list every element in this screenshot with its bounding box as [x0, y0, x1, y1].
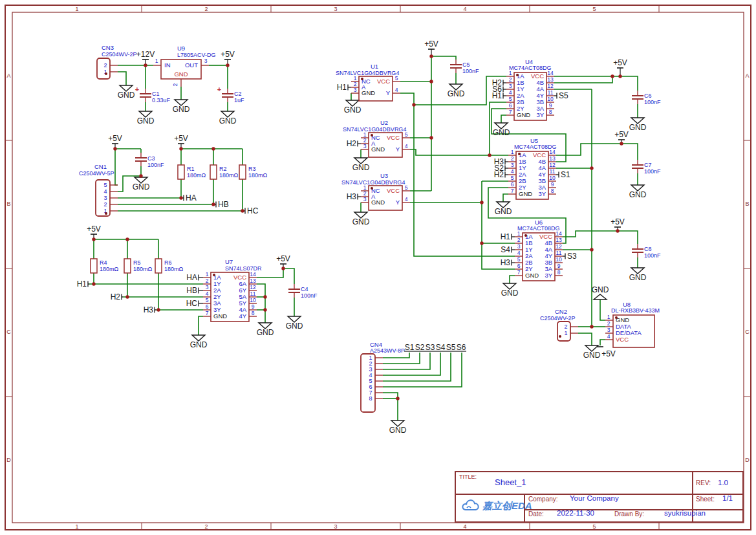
power-flag-+5V[interactable]: +5V: [221, 50, 235, 65]
gnd-symbol[interactable]: GND: [493, 123, 510, 137]
net-label-H3[interactable]: H3: [144, 305, 156, 314]
net-label-S1[interactable]: S1: [404, 343, 415, 352]
net-label-S4[interactable]: S4: [501, 245, 515, 254]
net-label-S4[interactable]: S4: [435, 343, 446, 352]
component-C5[interactable]: C5100nF: [450, 60, 479, 74]
rev-value[interactable]: 1.0: [718, 479, 728, 486]
power-flag-+5V[interactable]: +5V: [610, 217, 625, 231]
component-C2[interactable]: +C21uF: [217, 85, 244, 104]
component-U8[interactable]: U8DL-RXB3BV-433M1GND2DATA3DE/DATA4VCC: [605, 301, 660, 347]
company-value[interactable]: Your Company: [570, 494, 619, 502]
component-CN1[interactable]: CN1C2504WV-5P54321: [79, 163, 118, 216]
component-U3[interactable]: U3SN74LVC1G04DBVRG41NC2A3GND5VCC4Y: [341, 172, 410, 210]
wire[interactable]: [118, 72, 126, 85]
power-flag-+5V[interactable]: +5V: [614, 130, 629, 144]
gnd-symbol[interactable]: GND: [286, 316, 303, 331]
net-label-S5[interactable]: S5: [446, 343, 456, 352]
wire[interactable]: [600, 340, 605, 345]
gnd-symbol[interactable]: GND: [592, 285, 609, 300]
gnd-symbol[interactable]: GND: [583, 345, 601, 360]
net-label-H3[interactable]: H3: [501, 258, 515, 267]
component-U7[interactable]: U7SN74LS07DR1141AVCC2131Y6A3122A6Y4112Y5…: [203, 258, 262, 322]
gnd-symbol[interactable]: GND: [219, 111, 237, 126]
net-label-S3[interactable]: S3: [425, 343, 435, 352]
wire[interactable]: [257, 284, 265, 323]
component-R1[interactable]: R1180mΩ: [178, 165, 206, 179]
gnd-symbol[interactable]: GND: [448, 84, 465, 98]
net-label-H1[interactable]: H1: [77, 279, 89, 289]
net-label-HB[interactable]: HB: [213, 200, 229, 209]
wire[interactable]: [554, 76, 612, 83]
gnd-symbol[interactable]: GND: [352, 212, 370, 226]
net-label-H2[interactable]: H2: [347, 139, 361, 148]
power-flag-+5V[interactable]: +5V: [424, 39, 438, 56]
net-label-S5[interactable]: S5: [554, 91, 568, 100]
net-label-HC[interactable]: HC: [186, 299, 203, 308]
component-U9[interactable]: U9L7805ACV-DG1IN3OUT2GND: [153, 45, 216, 87]
component-CN3[interactable]: CN3C2504WV-2P21: [97, 44, 137, 79]
gnd-symbol[interactable]: GND: [344, 100, 362, 115]
net-label-H3[interactable]: H3: [347, 192, 361, 201]
wire[interactable]: [578, 333, 592, 345]
wire[interactable]: [503, 194, 508, 202]
net-label-S1[interactable]: S1: [556, 170, 570, 179]
component-C1[interactable]: +C10.33uF: [135, 85, 171, 104]
component-C3[interactable]: C3100nF: [135, 153, 164, 168]
power-flag-+5V[interactable]: +5V: [108, 134, 122, 149]
gnd-symbol[interactable]: GND: [501, 283, 519, 298]
component-U5[interactable]: U5MC74ACT08DG1141AVCC2131B4B3121Y4A4112A…: [508, 137, 557, 199]
gnd-symbol[interactable]: GND: [629, 268, 647, 282]
component-U6[interactable]: U6MC74ACT08DG1141AVCC2131B4B3121Y4A4112A…: [515, 219, 563, 281]
component-U4[interactable]: U4MC74ACT08DG1141AVCC2131B4B3121Y4A4112A…: [506, 58, 554, 120]
component-C8[interactable]: C8100nF: [632, 244, 661, 259]
net-label-HA[interactable]: HA: [181, 193, 197, 202]
power-flag-+5V[interactable]: +5V: [276, 254, 290, 268]
gnd-symbol[interactable]: GND: [629, 185, 647, 199]
net-label-HA[interactable]: HA: [186, 273, 203, 282]
wire[interactable]: [115, 149, 118, 185]
power-flag-+5V[interactable]: +5V: [87, 224, 101, 239]
net-label-S3[interactable]: S3: [563, 252, 577, 261]
date-value[interactable]: 2022-11-30: [557, 509, 594, 517]
wire[interactable]: [618, 231, 638, 244]
wire[interactable]: [283, 268, 294, 284]
power-flag-+5V[interactable]: +5V: [174, 134, 188, 149]
component-CN4[interactable]: CN4A2543WV-8P12345678: [361, 341, 405, 412]
component-R3[interactable]: R3180mΩ: [239, 165, 268, 179]
wire[interactable]: [563, 231, 618, 237]
gnd-symbol[interactable]: GND: [133, 177, 150, 191]
net-label-HC[interactable]: HC: [243, 206, 259, 215]
net-label-S6[interactable]: S6: [456, 343, 466, 352]
net-label-H2[interactable]: H2: [111, 292, 123, 301]
component-C6[interactable]: C6100nF: [632, 91, 661, 105]
component-R2[interactable]: R2180mΩ: [210, 165, 239, 179]
power-flag-+5V[interactable]: +5V: [613, 58, 627, 76]
gnd-symbol[interactable]: GND: [389, 420, 407, 435]
sheet-value[interactable]: 1/1: [722, 494, 733, 502]
wire[interactable]: [431, 56, 456, 60]
wire[interactable]: [410, 149, 508, 155]
wire[interactable]: [199, 316, 203, 335]
net-label-S2[interactable]: S2: [415, 343, 425, 352]
gnd-symbol[interactable]: GND: [495, 202, 512, 216]
net-label-H2[interactable]: H2: [494, 170, 508, 179]
gnd-symbol[interactable]: GND: [190, 335, 208, 349]
component-R6[interactable]: R6180mΩ: [155, 259, 184, 273]
net-label-H1[interactable]: H1: [501, 232, 515, 241]
wire[interactable]: [600, 300, 605, 320]
gnd-symbol[interactable]: GND: [629, 118, 647, 132]
wire[interactable]: [383, 393, 398, 399]
component-C4[interactable]: C4100nF: [288, 284, 318, 299]
component-C7[interactable]: C7100nF: [632, 160, 661, 175]
wire[interactable]: [620, 76, 638, 91]
wire[interactable]: [510, 276, 515, 283]
gnd-symbol[interactable]: GND: [257, 323, 274, 337]
component-R4[interactable]: R4180mΩ: [91, 259, 119, 273]
sheet-title[interactable]: Sheet_1: [495, 477, 526, 487]
wire[interactable]: [501, 115, 506, 123]
component-U2[interactable]: U2SN74LVC1G04DBVRG41NC2A3GND5VCC4Y: [343, 119, 410, 157]
wire[interactable]: [621, 144, 638, 160]
gnd-symbol[interactable]: GND: [118, 85, 135, 100]
gnd-symbol[interactable]: GND: [137, 111, 155, 126]
wire[interactable]: [383, 353, 430, 369]
